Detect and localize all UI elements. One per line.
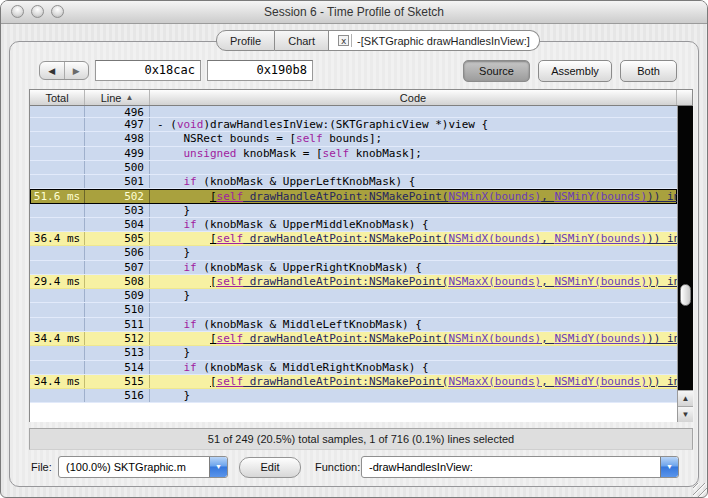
scrollbar-thumb[interactable] (680, 284, 691, 306)
address-field-start[interactable]: 0x18cac (95, 60, 201, 81)
code-indent (157, 361, 184, 374)
table-row-line-503[interactable]: 503 } (30, 204, 677, 218)
line-number-cell: 496 (85, 106, 150, 117)
scroll-down-button[interactable]: ▼ (678, 406, 693, 422)
code-token: void (177, 118, 204, 131)
table-row-line-516[interactable]: 516 } (30, 389, 677, 403)
code-token: self (217, 232, 244, 245)
up-triangle-icon: ▲ (682, 394, 690, 403)
code-token: NSMidY(bounds) (554, 375, 647, 388)
line-number-cell: 502 (85, 190, 150, 202)
code-cell (150, 303, 677, 316)
forward-button[interactable]: ▶ (65, 62, 89, 79)
code-token: unsigned (184, 147, 237, 160)
edit-button[interactable]: Edit (239, 457, 301, 478)
address-field-end[interactable]: 0x190b8 (207, 60, 313, 81)
scroll-up-button[interactable]: ▲ (678, 390, 693, 406)
both-view-button[interactable]: Both (620, 60, 677, 82)
assembly-view-button[interactable]: Assembly (538, 60, 612, 82)
table-row-line-506[interactable]: 506 } (30, 246, 677, 260)
close-tab-icon[interactable]: x (338, 35, 349, 46)
vertical-scrollbar[interactable]: ▲ ▼ (677, 106, 693, 422)
table-row-line-509[interactable]: 509 } (30, 289, 677, 303)
resize-grip-icon[interactable] (693, 483, 707, 497)
total-cell (30, 204, 85, 217)
total-cell (30, 147, 85, 160)
window-title: Session 6 - Time Profile of Sketch (1, 1, 707, 23)
total-cell: 34.4 ms (30, 332, 85, 345)
scrollbar-track[interactable] (678, 106, 693, 390)
line-number-cell: 498 (85, 132, 150, 145)
tab-sktgraphic-drawhandlesinview[interactable]: x-[SKTGraphic drawHandlesInView:] (329, 30, 540, 51)
code-token: knobMask = [ (236, 147, 322, 160)
code-token: if (184, 318, 197, 331)
code-cell: if (knobMask & UpperRightKnobMask) { (150, 261, 677, 274)
code-cell: } (150, 204, 677, 217)
title-bar[interactable]: Session 6 - Time Profile of Sketch (1, 1, 707, 24)
table-row-line-498[interactable]: 498 NSRect bounds = [self bounds]; (30, 132, 677, 146)
app-window: Session 6 - Time Profile of Sketch Profi… (0, 0, 708, 498)
popup-arrow-icon: ▼ (660, 457, 678, 477)
source-view-button[interactable]: Source (463, 60, 530, 82)
table-row-line-508[interactable]: 29.4 ms508 [self drawHandleAtPoint:NSMak… (30, 275, 677, 289)
code-token: NSMinY(bounds) (554, 190, 647, 202)
table-row-line-512[interactable]: 34.4 ms512 [self drawHandleAtPoint:NSMak… (30, 332, 677, 346)
table-row-line-496[interactable]: 496 (30, 106, 677, 118)
code-token: [ (210, 275, 217, 288)
total-cell: 36.4 ms (30, 232, 85, 245)
table-row-line-499[interactable]: 499 unsigned knobMask = [self knobMask]; (30, 147, 677, 161)
table-row-line-504[interactable]: 504 if (knobMask & UpperMiddleKnobMask) … (30, 218, 677, 232)
source-table: Total Line▲ Code 496497- (void)drawHandl… (29, 89, 693, 422)
code-token: )) inView:view]; (647, 232, 677, 245)
code-token: self (323, 147, 350, 160)
code-cell: if (knobMask & MiddleRightKnobMask) { (150, 361, 677, 374)
table-row-line-501[interactable]: 501 if (knobMask & UpperLeftKnobMask) { (30, 175, 677, 189)
column-header-code[interactable]: Code (150, 90, 677, 105)
table-row-line-505[interactable]: 36.4 ms505 [self drawHandleAtPoint:NSMak… (30, 232, 677, 246)
code-token: , (541, 375, 554, 388)
code-cell: [self drawHandleAtPoint:NSMakePoint(NSMa… (150, 275, 677, 288)
code-indent (157, 147, 184, 160)
tab-label: Profile (230, 35, 261, 47)
column-header-scroll-spacer (677, 90, 692, 105)
code-token: if (184, 175, 197, 188)
line-number-cell: 501 (85, 175, 150, 188)
table-row-line-514[interactable]: 514 if (knobMask & MiddleRightKnobMask) … (30, 361, 677, 375)
column-header-line[interactable]: Line▲ (85, 90, 150, 105)
code-cell: [self drawHandleAtPoint:NSMakePoint(NSMi… (150, 232, 677, 245)
table-row-line-510[interactable]: 510 (30, 303, 677, 317)
code-token: NSRect bounds = [ (184, 132, 297, 145)
line-number-cell: 515 (85, 375, 150, 388)
code-token: NSMinY(bounds) (554, 232, 647, 245)
code-token: self (217, 375, 244, 388)
table-row-line-511[interactable]: 511 if (knobMask & MiddleLeftKnobMask) { (30, 318, 677, 332)
tab-chart[interactable]: Chart (275, 30, 329, 51)
line-number-cell: 503 (85, 204, 150, 217)
code-cell: unsigned knobMask = [self knobMask]; (150, 147, 677, 160)
tab-divider (351, 34, 352, 47)
line-number-cell: 506 (85, 246, 150, 259)
function-popup[interactable]: -drawHandlesInView: ▼ (361, 456, 679, 478)
code-token: knobMask]; (349, 147, 422, 160)
code-cell: if (knobMask & UpperMiddleKnobMask) { (150, 218, 677, 231)
table-row-line-500[interactable]: 500 (30, 161, 677, 175)
tab-profile[interactable]: Profile (216, 30, 275, 51)
file-popup[interactable]: (100.0%) SKTGraphic.m ▼ (58, 456, 228, 478)
table-row-line-507[interactable]: 507 if (knobMask & UpperRightKnobMask) { (30, 261, 677, 275)
table-row-line-515[interactable]: 34.4 ms515 [self drawHandleAtPoint:NSMak… (30, 375, 677, 389)
code-token: (knobMask & UpperLeftKnobMask) { (197, 175, 416, 188)
column-header-total[interactable]: Total (30, 90, 85, 105)
code-token: if (184, 218, 197, 231)
code-token: )drawHandlesInView:(SKTGraphicView *)vie… (203, 118, 488, 131)
back-button[interactable]: ◀ (40, 62, 65, 79)
code-token: drawHandleAtPoint:NSMakePoint( (243, 190, 448, 202)
code-token: )) inView:view]; (647, 332, 677, 345)
table-row-line-497[interactable]: 497- (void)drawHandlesInView:(SKTGraphic… (30, 118, 677, 132)
table-row-line-513[interactable]: 513 } (30, 346, 677, 360)
status-bar: 51 of 249 (20.5%) total samples, 1 of 71… (29, 428, 693, 450)
line-number-cell: 513 (85, 346, 150, 359)
code-token: NSMidX(bounds) (448, 232, 541, 245)
table-row-line-502[interactable]: 51.6 ms502 [self drawHandleAtPoint:NSMak… (30, 189, 677, 203)
code-token: NSMinX(bounds) (448, 190, 541, 202)
code-token: )) inView:view]; (647, 275, 677, 288)
